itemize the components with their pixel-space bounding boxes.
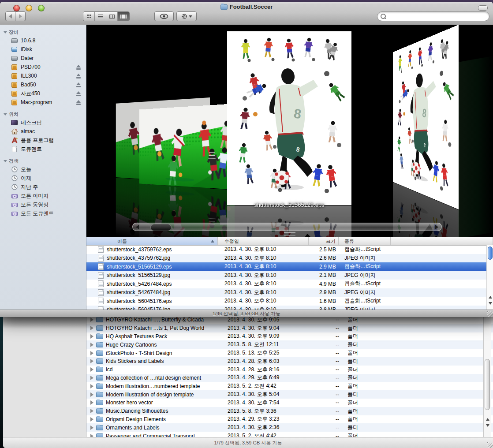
back-button[interactable] — [5, 11, 15, 21]
search-field[interactable] — [377, 11, 489, 21]
disclosure-triangle-icon[interactable] — [90, 326, 93, 330]
file-list-scroll-up-icon[interactable] — [489, 296, 492, 299]
file-row[interactable]: shutterstock_43759762.jpg2013. 4. 30. 오후… — [86, 254, 493, 263]
cover-edge-on-far-right[interactable] — [458, 56, 493, 150]
folder-row[interactable]: Origami Design Elements2013. 4. 29. 오후 3… — [86, 415, 493, 424]
disclosure-triangle-icon[interactable] — [90, 426, 93, 430]
cover-edge-on-far-right-2[interactable] — [458, 140, 493, 237]
disclosure-triangle-icon[interactable] — [90, 351, 93, 355]
finder-window-back[interactable]: HOTGYRO Katachi …, Butterfly & Cicada201… — [3, 317, 493, 448]
sidebar-item-smart-folder[interactable]: 모든 동영상 — [0, 200, 86, 209]
file-row[interactable]: shutterstock_54267484.jpg2013. 4. 30. 오후… — [86, 288, 493, 297]
disclosure-triangle-icon[interactable] — [90, 367, 93, 372]
disclosure-triangle-icon[interactable] — [90, 376, 93, 380]
file-row[interactable]: shutterstock_43759762.eps2013. 4. 30. 오후… — [86, 245, 493, 254]
file-list-vertical-scrollbar[interactable] — [486, 245, 493, 310]
sidebar-item-idisk[interactable]: iDisk — [0, 45, 86, 54]
folder-row[interactable]: HOTGYRO Katachi …, Butterfly & Cicada201… — [86, 317, 493, 324]
coverflow-scrollbar[interactable] — [132, 223, 442, 231]
eject-icon[interactable] — [76, 82, 81, 87]
sidebar-item-desktop[interactable]: 데스크탑 — [0, 118, 86, 127]
file-row[interactable]: shutterstock_54267484.eps2013. 4. 30. 오후… — [86, 280, 493, 288]
toolbar-toggle-button[interactable] — [478, 5, 488, 11]
coverflow-scroll-right-icon[interactable] — [435, 225, 438, 229]
disclosure-triangle-icon[interactable] — [90, 384, 93, 388]
file-row[interactable]: shutterstock_51565129.eps2013. 4. 30. 오후… — [86, 262, 493, 271]
sidebar-section-header[interactable]: 장비 — [4, 29, 86, 35]
back-window-resize-grip-icon[interactable] — [487, 442, 493, 448]
file-row[interactable]: shutterstock_51565129.jpg2013. 4. 30. 오후… — [86, 271, 493, 280]
sidebar-item-disk[interactable]: 10.6.8 — [0, 36, 86, 45]
eject-icon[interactable] — [76, 64, 81, 70]
sidebar-section-header[interactable]: 위치 — [4, 111, 86, 117]
folder-row[interactable]: Huge Crazy Cartoons2013. 5. 8. 오전 12:11-… — [86, 340, 493, 349]
disclosure-triangle-icon[interactable] — [90, 400, 93, 405]
folder-row[interactable]: HOTGYRO Katachi …ts 1, Pet Dog World2013… — [86, 324, 493, 332]
back-window-file-list[interactable]: HOTGYRO Katachi …, Butterfly & Cicada201… — [86, 317, 493, 437]
column-header-name[interactable]: 이름 — [86, 237, 218, 245]
title-bar[interactable]: Football.Soccer — [0, 2, 493, 25]
coverflow-resize-handle-icon[interactable] — [284, 232, 295, 236]
sidebar-item-external-drive[interactable]: PSD700 — [0, 63, 86, 71]
folder-row[interactable]: Ornaments and Labels2013. 4. 30. 오후 2:36… — [86, 423, 493, 432]
eject-icon[interactable] — [76, 91, 81, 96]
sidebar-item-external-drive[interactable]: ILL300 — [0, 71, 86, 80]
folder-row[interactable]: Mega collection of …ntal design element2… — [86, 374, 493, 382]
folder-row[interactable]: Modern illustration of design template20… — [86, 390, 493, 399]
folder-row[interactable]: Monster hero vector2013. 4. 30. 오후 7:54-… — [86, 399, 493, 407]
coverflow-view-button[interactable] — [118, 12, 129, 21]
icon-view-button[interactable] — [83, 12, 95, 21]
folder-row[interactable]: Kids Stickers and Labels2013. 4. 28. 오후 … — [86, 357, 493, 366]
disclosure-triangle-icon[interactable] — [90, 409, 93, 413]
sidebar-item-clock[interactable]: 오늘 — [0, 165, 86, 174]
sidebar-item-clock[interactable]: 어제 — [0, 174, 86, 183]
quick-look-button[interactable] — [154, 11, 174, 21]
back-window-scroll-up-icon[interactable] — [486, 418, 489, 421]
cover-item-prev-1[interactable] — [139, 104, 235, 237]
file-list-scroll-thumb[interactable] — [488, 246, 493, 260]
disclosure-triangle-icon[interactable] — [90, 359, 93, 363]
file-row[interactable]: shutterstock_56045176.eps2013. 4. 30. 오후… — [86, 297, 493, 306]
sidebar-item-document[interactable]: 도큐멘트 — [0, 145, 86, 153]
disclosure-triangle-icon[interactable] — [90, 317, 93, 322]
sidebar-item-smart-folder[interactable]: 모든 도큐멘트 — [0, 209, 86, 218]
disclosure-triangle-icon[interactable] — [90, 392, 93, 397]
folder-row[interactable]: HQ Asphalt Textures Pack2013. 4. 30. 오후 … — [86, 332, 493, 341]
sidebar-section-header[interactable]: 검색 — [4, 158, 86, 164]
list-view-button[interactable] — [95, 12, 106, 21]
column-view-button[interactable] — [106, 12, 118, 21]
back-window-vertical-scrollbar[interactable] — [483, 317, 491, 437]
finder-window-front[interactable]: Football.Soccer — [0, 2, 493, 317]
sidebar-item-disk[interactable]: Dater — [0, 54, 86, 63]
sidebar-item-home[interactable]: aimac — [0, 127, 86, 136]
file-list[interactable]: shutterstock_43759762.eps2013. 4. 30. 오후… — [86, 245, 493, 310]
sidebar-item-applications[interactable]: 응용 프로그램 — [0, 136, 86, 145]
folder-row[interactable]: Modern illustration…numbered template201… — [86, 382, 493, 390]
sidebar-item-external-drive[interactable]: 자료450 — [0, 89, 86, 98]
sidebar-item-external-drive[interactable]: Mac-program — [0, 98, 86, 107]
disclosure-triangle-icon[interactable] — [90, 343, 93, 347]
coverflow-scroll-thumb[interactable] — [150, 224, 172, 231]
column-header-date[interactable]: 수정일 — [218, 237, 309, 245]
coverflow-area[interactable]: shutterstock_51565129.eps — [86, 25, 493, 237]
search-input[interactable] — [388, 12, 489, 20]
resize-grip-icon[interactable] — [487, 311, 493, 317]
action-menu-button[interactable] — [176, 11, 197, 21]
cover-item-next-1[interactable] — [393, 25, 459, 237]
eject-icon[interactable] — [76, 100, 81, 105]
sidebar-item-clock[interactable]: 지난 주 — [0, 183, 86, 191]
folder-row[interactable]: iStockPhoto - T-Shirt Design2013. 5. 13.… — [86, 349, 493, 357]
folder-row[interactable]: Music.Dancing Silhouettes2013. 5. 8. 오후 … — [86, 407, 493, 415]
eject-icon[interactable] — [76, 73, 81, 78]
column-header-kind[interactable]: 종류 — [339, 237, 391, 245]
back-window-scroll-thumb[interactable] — [485, 359, 490, 410]
file-list-scroll-down-icon[interactable] — [489, 302, 492, 305]
forward-button[interactable] — [15, 11, 26, 21]
column-header-size[interactable]: 크기 — [309, 237, 339, 245]
sidebar-item-external-drive[interactable]: Bad50 — [0, 80, 86, 89]
sidebar-item-smart-folder[interactable]: 모든 이미지 — [0, 191, 86, 200]
back-window-scroll-down-icon[interactable] — [486, 424, 489, 427]
disclosure-triangle-icon[interactable] — [90, 334, 93, 339]
coverflow-scroll-left-icon[interactable] — [136, 225, 139, 229]
disclosure-triangle-icon[interactable] — [90, 417, 93, 422]
